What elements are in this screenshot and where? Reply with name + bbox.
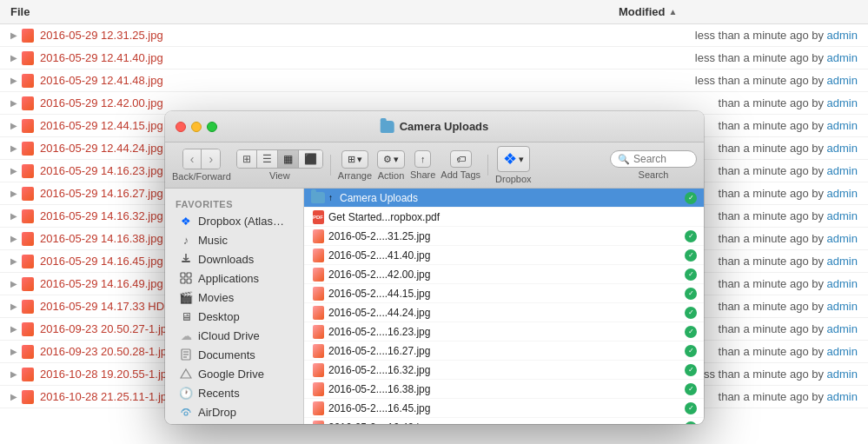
addtags-group: 🏷 Add Tags [441, 150, 480, 180]
list-item[interactable]: 2016-05-2....16.27.jpg ✓ [304, 341, 704, 361]
sidebar-item-downloads-label: Downloads [198, 253, 254, 266]
view-cover-btn[interactable]: ⬛ [298, 150, 322, 168]
admin-link[interactable]: admin [827, 255, 858, 268]
admin-link[interactable]: admin [827, 51, 858, 64]
admin-link[interactable]: admin [827, 300, 858, 313]
share-button[interactable]: ↑ [414, 150, 432, 168]
admin-link[interactable]: admin [827, 29, 858, 42]
sidebar-item-pictures[interactable]: 🖼 Pictures [169, 421, 300, 424]
list-item[interactable]: PDF Get Started...ropbox.pdf [304, 208, 704, 227]
admin-link[interactable]: admin [827, 390, 858, 403]
admin-link[interactable]: admin [827, 322, 858, 335]
list-item[interactable]: 2016-05-2....16.38.jpg ✓ [304, 380, 704, 399]
view-list-btn[interactable]: ☰ [256, 150, 277, 168]
item-name: 2016-05-2....16.49.jpg [328, 421, 681, 425]
finder-window: Camera Uploads ‹ › Back/Forward ⊞ ☰ ▦ ⬛ … [165, 111, 704, 424]
dropbox-dropdown-icon: ▾ [519, 154, 524, 165]
maximize-button[interactable] [207, 122, 217, 132]
arrange-button[interactable]: ⊞ ▾ [341, 150, 368, 169]
admin-link[interactable]: admin [827, 209, 858, 222]
sidebar-item-dropbox[interactable]: ❖ Dropbox (Atlassian) [169, 211, 300, 230]
content-scroll[interactable]: ↑ Camera Uploads ✓ PDF Get Started...rop… [304, 189, 704, 424]
list-item[interactable]: 2016-05-2....16.49.jpg ✓ [304, 418, 704, 424]
back-button[interactable]: ‹ [183, 149, 202, 169]
admin-link[interactable]: admin [827, 96, 858, 109]
sidebar-item-applications[interactable]: Applications [169, 268, 300, 288]
sync-icon: ✓ [685, 288, 697, 300]
minimize-button[interactable] [191, 122, 202, 132]
search-input[interactable] [633, 153, 694, 165]
admin-link[interactable]: admin [827, 142, 858, 155]
disclosure-icon: ▶ [10, 279, 17, 288]
sidebar-item-documents[interactable]: Documents [169, 345, 300, 364]
file-icon [21, 51, 35, 65]
item-icon [311, 229, 325, 243]
file-modified: than a minute ago by admin [719, 390, 858, 403]
admin-link[interactable]: admin [827, 187, 858, 200]
table-row[interactable]: ▶ 2016-05-29 12.31.25.jpg less than a mi… [0, 24, 868, 47]
file-modified: less than a minute ago by admin [695, 74, 858, 87]
admin-link[interactable]: admin [827, 119, 858, 132]
table-row[interactable]: ▶ 2016-05-29 12.41.40.jpg less than a mi… [0, 47, 868, 70]
list-item[interactable]: 2016-05-2....16.32.jpg ✓ [304, 361, 704, 380]
table-row[interactable]: ▶ 2016-05-29 12.41.48.jpg less than a mi… [0, 70, 868, 92]
svg-marker-10 [181, 369, 191, 378]
list-item[interactable]: ↑ Camera Uploads ✓ [304, 189, 704, 208]
file-name: 2016-05-29 12.31.25.jpg [40, 29, 695, 42]
jpg-icon [313, 287, 324, 301]
file-modified: than a minute ago by admin [719, 142, 858, 155]
action-button[interactable]: ⚙ ▾ [377, 150, 405, 169]
admin-link[interactable]: admin [827, 345, 858, 358]
item-icon [311, 363, 325, 377]
list-item[interactable]: 2016-05-2....41.40.jpg ✓ [304, 246, 704, 265]
admin-link[interactable]: admin [827, 277, 858, 290]
sidebar-item-airdrop[interactable]: AirDrop [169, 402, 300, 421]
file-icon [21, 345, 35, 359]
finder-body: Favorites ❖ Dropbox (Atlassian) ♪ Music … [165, 189, 704, 424]
item-icon [311, 268, 325, 282]
sidebar-item-recents[interactable]: 🕐 Recents [169, 383, 300, 402]
share-icon: ↑ [421, 154, 426, 164]
admin-link[interactable]: admin [827, 164, 858, 177]
share-group: ↑ Share [410, 150, 435, 180]
item-icon [311, 191, 325, 205]
file-name: 2016-05-29 12.41.40.jpg [40, 51, 695, 64]
addtags-button[interactable]: 🏷 [450, 150, 472, 168]
item-name: 2016-05-2....16.23.jpg [328, 326, 681, 338]
list-item[interactable]: 2016-05-2....31.25.jpg ✓ [304, 227, 704, 246]
list-item[interactable]: 2016-05-2....16.45.jpg ✓ [304, 399, 704, 418]
svg-rect-0 [182, 261, 190, 262]
admin-link[interactable]: admin [827, 74, 858, 87]
admin-link[interactable]: admin [827, 368, 858, 381]
file-icon [21, 74, 35, 88]
disclosure-icon: ▶ [10, 347, 17, 356]
sidebar-item-icloud[interactable]: ☁ iCloud Drive [169, 326, 300, 345]
sidebar-item-movies[interactable]: 🎬 Movies [169, 288, 300, 307]
arrange-label: Arrange [338, 170, 372, 181]
list-item[interactable]: 2016-05-2....16.23.jpg ✓ [304, 322, 704, 341]
forward-button[interactable]: › [201, 149, 220, 169]
view-icon-btn[interactable]: ⊞ [237, 150, 256, 168]
sidebar-item-downloads[interactable]: Downloads [169, 249, 300, 268]
icloud-icon: ☁ [179, 328, 193, 342]
sidebar-item-googledrive[interactable]: Google Drive [169, 364, 300, 383]
list-item[interactable]: 2016-05-2....42.00.jpg ✓ [304, 265, 704, 284]
file-icon [21, 390, 35, 404]
sidebar-item-desktop[interactable]: 🖥 Desktop [169, 307, 300, 326]
jpg-icon [313, 268, 324, 282]
item-icon [311, 325, 325, 339]
item-name: Get Started...ropbox.pdf [328, 211, 697, 223]
close-button[interactable] [176, 122, 186, 132]
sidebar-item-music[interactable]: ♪ Music [169, 230, 300, 249]
file-modified: than a minute ago by admin [719, 300, 858, 313]
list-item[interactable]: 2016-05-2....44.24.jpg ✓ [304, 303, 704, 322]
finder-sidebar: Favorites ❖ Dropbox (Atlassian) ♪ Music … [165, 189, 304, 424]
dropbox-button[interactable]: ❖ ▾ [497, 146, 530, 172]
disclosure-icon: ▶ [10, 256, 17, 266]
item-icon [311, 382, 325, 396]
file-modified: than a minute ago by admin [719, 232, 858, 245]
admin-link[interactable]: admin [827, 232, 858, 245]
view-column-btn[interactable]: ▦ [277, 150, 298, 168]
svg-rect-5 [187, 279, 191, 283]
list-item[interactable]: 2016-05-2....44.15.jpg ✓ [304, 284, 704, 303]
